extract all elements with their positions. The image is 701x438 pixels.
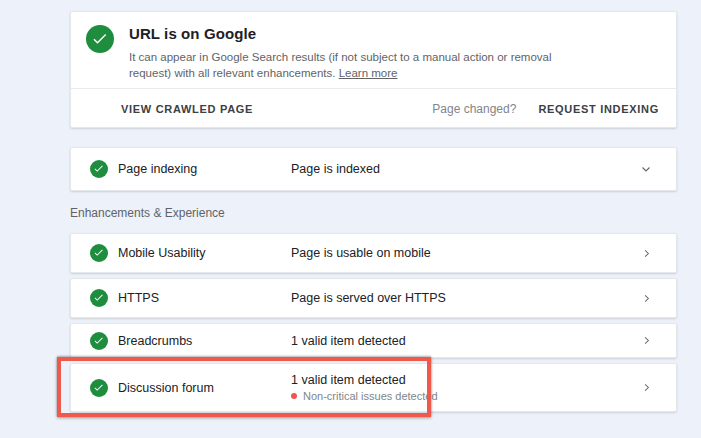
chevron-right-icon[interactable]	[641, 293, 652, 304]
success-check-icon	[86, 25, 114, 53]
row-value: Page is indexed	[291, 162, 640, 176]
enhancement-row-breadcrumbs[interactable]: Breadcrumbs 1 valid item detected	[70, 323, 677, 358]
status-description-line2: request) with all relevant enhancements.…	[129, 65, 552, 81]
view-crawled-page-button[interactable]: VIEW CRAWLED PAGE	[121, 103, 253, 115]
status-description-line1: It can appear in Google Search results (…	[129, 49, 552, 65]
section-label-enhancements: Enhancements & Experience	[70, 206, 225, 220]
enhancement-row-https[interactable]: HTTPS Page is served over HTTPS	[70, 278, 677, 318]
row-label: HTTPS	[118, 291, 291, 305]
success-check-icon	[90, 160, 108, 178]
warning-dot-icon	[291, 393, 297, 399]
row-value: Page is usable on mobile	[291, 246, 641, 260]
row-value: 1 valid item detected	[291, 373, 641, 387]
success-check-icon	[90, 244, 108, 262]
enhancement-row-mobile-usability[interactable]: Mobile Usability Page is usable on mobil…	[70, 233, 677, 273]
row-label: Breadcrumbs	[118, 334, 291, 348]
enhancement-row-discussion-forum[interactable]: Discussion forum 1 valid item detected N…	[70, 363, 677, 412]
request-indexing-button[interactable]: REQUEST INDEXING	[538, 103, 659, 115]
chevron-right-icon[interactable]	[641, 248, 652, 259]
row-label: Mobile Usability	[118, 246, 291, 260]
learn-more-link[interactable]: Learn more	[339, 67, 398, 79]
status-description-line2-text: request) with all relevant enhancements.	[129, 67, 335, 79]
row-label: Page indexing	[118, 162, 291, 176]
page-indexing-card[interactable]: Page indexing Page is indexed	[70, 147, 677, 191]
row-value-stack: 1 valid item detected Non-critical issue…	[291, 373, 641, 402]
chevron-right-icon[interactable]	[641, 382, 652, 393]
success-check-icon	[90, 379, 108, 397]
row-value: 1 valid item detected	[291, 334, 641, 348]
row-subvalue-text: Non-critical issues detected	[303, 390, 438, 402]
status-description: It can appear in Google Search results (…	[129, 49, 552, 81]
success-check-icon	[90, 289, 108, 307]
summary-status-section: URL is on Google It can appear in Google…	[71, 12, 676, 89]
summary-action-bar: VIEW CRAWLED PAGE Page changed? REQUEST …	[71, 89, 676, 128]
url-inspection-summary-card: URL is on Google It can appear in Google…	[70, 11, 677, 128]
status-title: URL is on Google	[129, 25, 256, 42]
chevron-right-icon[interactable]	[641, 335, 652, 346]
row-subvalue: Non-critical issues detected	[291, 390, 641, 402]
chevron-down-icon[interactable]	[640, 163, 652, 175]
page-changed-label: Page changed?	[432, 102, 516, 116]
row-value: Page is served over HTTPS	[291, 291, 641, 305]
success-check-icon	[90, 332, 108, 350]
row-label: Discussion forum	[118, 381, 291, 395]
